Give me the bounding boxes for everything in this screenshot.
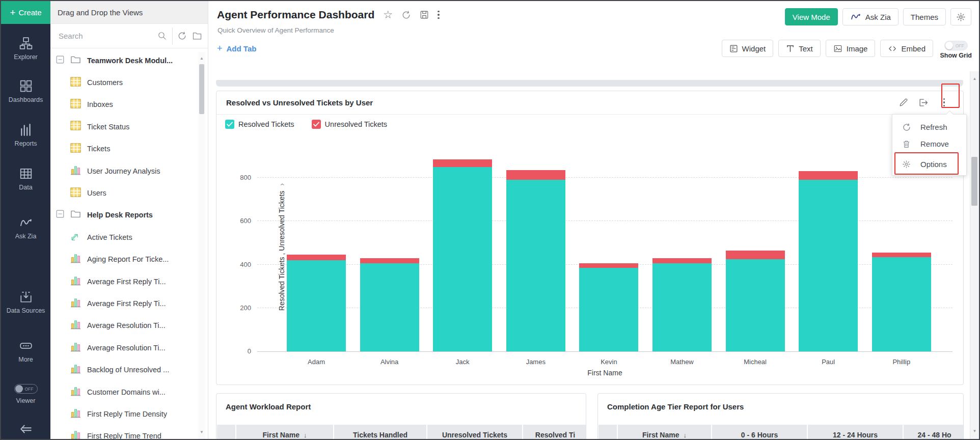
bar-segment-resolved-tickets[interactable]	[726, 259, 785, 351]
image-button[interactable]: Image	[826, 40, 876, 57]
sidebar-item-data-sources[interactable]: Data Sources	[1, 290, 50, 315]
sort-arrow-icon: ↓	[304, 431, 307, 439]
sidebar-item-explorer[interactable]: Explorer	[1, 37, 50, 62]
bar-segment-unresolved-tickets[interactable]	[799, 171, 858, 180]
bar-segment-unresolved-tickets[interactable]	[872, 253, 931, 257]
ask-zia-button[interactable]: Ask Zia	[842, 8, 899, 25]
column-header-24-48-ho[interactable]: 24 - 48 Ho	[904, 425, 964, 440]
save-icon[interactable]	[420, 10, 429, 19]
column-header-first-name[interactable]: First Name↓	[236, 425, 333, 440]
tree-scrollbar[interactable]: ▲ ▼	[198, 52, 205, 439]
tree-item-user-journey-analysis[interactable]: User Journey Analysis	[50, 160, 197, 182]
folder-view-icon[interactable]	[192, 31, 202, 41]
tree-item-inboxes[interactable]: Inboxes	[50, 94, 197, 116]
create-button[interactable]: + Create	[1, 1, 50, 24]
bar-segment-resolved-tickets[interactable]	[579, 268, 638, 351]
x-tick-james: James	[503, 358, 569, 366]
show-grid-toggle[interactable]: OFF Show Grid	[940, 41, 972, 59]
tree-scrollbar-thumb[interactable]	[199, 64, 204, 114]
collapse-sidebar-button[interactable]	[1, 423, 50, 436]
tree-item-backlog-of-unresolved[interactable]: Backlog of Unresolved ...	[50, 359, 197, 380]
tree-item-label: Customers	[87, 78, 123, 87]
tree-item-help-desk-reports[interactable]: Help Desk Reports	[50, 204, 197, 226]
bar-segment-unresolved-tickets[interactable]	[287, 255, 346, 260]
favorite-star-icon[interactable]: ☆	[383, 9, 393, 21]
add-tab-button[interactable]: + Add Tab	[217, 40, 256, 57]
collapse-minus-icon[interactable]	[56, 56, 64, 66]
dashboard-kebab-icon[interactable]	[438, 11, 440, 19]
tree-item-average-resolution-ti[interactable]: Average Resolution Ti...	[50, 315, 197, 337]
bar-segment-resolved-tickets[interactable]	[433, 167, 492, 351]
bar-segment-resolved-tickets[interactable]	[287, 260, 346, 351]
bar-segment-resolved-tickets[interactable]	[506, 180, 565, 351]
tree-item-average-first-reply-ti[interactable]: Average First Reply Ti...	[50, 270, 197, 292]
refresh-dashboard-icon[interactable]	[401, 10, 411, 20]
tree-item-teamwork-desk-modul[interactable]: Teamwork Desk Modul...	[50, 49, 197, 71]
column-header-label: First Name	[263, 431, 300, 439]
tree-item-average-first-reply-ti[interactable]: Average First Reply Ti...	[50, 292, 197, 314]
column-header-unresolved-tickets[interactable]: Unresolved Tickets	[427, 425, 522, 440]
bar-segment-unresolved-tickets[interactable]	[579, 263, 638, 268]
settings-button[interactable]	[950, 8, 971, 25]
tree-item-users[interactable]: Users	[50, 182, 197, 204]
export-icon[interactable]	[918, 98, 929, 107]
main-scrollbar[interactable]: ▲ ▼	[970, 71, 979, 439]
menu-item-refresh[interactable]: Refresh	[892, 119, 966, 135]
widget-icon	[729, 44, 738, 53]
embed-button[interactable]: Embed	[880, 40, 933, 57]
menu-item-remove[interactable]: Remove	[892, 135, 966, 152]
bar-segment-unresolved-tickets[interactable]	[360, 258, 419, 264]
view-mode-button[interactable]: View Mode	[785, 8, 838, 25]
bar-segment-resolved-tickets[interactable]	[872, 257, 931, 351]
sidebar-item-more[interactable]: More	[1, 339, 50, 364]
collapse-minus-icon[interactable]	[56, 210, 64, 220]
view-mode-label: View Mode	[793, 13, 830, 21]
scroll-down-icon[interactable]: ▼	[970, 428, 979, 435]
x-axis-label: First Name	[257, 369, 952, 377]
column-header-resolved-ti[interactable]: Resolved Ti	[523, 425, 586, 440]
main-scrollbar-thumb[interactable]	[971, 157, 977, 206]
text-button[interactable]: Text	[778, 40, 821, 57]
bar-segment-unresolved-tickets[interactable]	[652, 258, 712, 264]
sidebar-item-dashboards[interactable]: Dashboards	[1, 79, 50, 104]
column-header-0-6-hours[interactable]: 0 - 6 Hours	[712, 425, 807, 440]
show-grid-pill[interactable]: OFF	[944, 41, 968, 50]
tree-item-first-reply-time-density[interactable]: First Reply Time Density	[50, 403, 197, 425]
scroll-down-icon[interactable]: ▼	[198, 429, 205, 436]
scroll-up-icon[interactable]: ▲	[198, 55, 205, 62]
tree-item-average-resolution-ti[interactable]: Average Resolution Ti...	[50, 337, 197, 359]
search-icon[interactable]	[157, 31, 167, 41]
bar-segment-unresolved-tickets[interactable]	[433, 159, 492, 167]
edit-pencil-icon[interactable]	[899, 98, 908, 107]
scroll-up-icon[interactable]: ▲	[970, 75, 979, 82]
column-header-tickets-handled[interactable]: Tickets Handled	[334, 425, 426, 440]
sidebar-item-reports[interactable]: Reports	[1, 123, 50, 148]
column-header-rownum[interactable]	[598, 425, 617, 440]
legend-checkbox[interactable]	[225, 120, 234, 129]
tree-item-aging-report-for-ticke[interactable]: Aging Report For Ticke...	[50, 249, 197, 270]
column-header-12-24-hours[interactable]: 12 - 24 Hours	[808, 425, 903, 440]
column-header-first-name[interactable]: First Name↓	[618, 425, 711, 440]
sidebar-item-ask-zia[interactable]: Ask Zia	[1, 217, 50, 241]
bar-segment-unresolved-tickets[interactable]	[726, 251, 785, 259]
bar-segment-resolved-tickets[interactable]	[799, 180, 858, 351]
tree-item-customer-domains-wi[interactable]: Customer Domains wi...	[50, 381, 197, 403]
bar-segment-resolved-tickets[interactable]	[652, 263, 712, 351]
bar-segment-unresolved-tickets[interactable]	[506, 170, 565, 180]
legend-checkbox[interactable]	[312, 120, 321, 129]
viewer-toggle-pill[interactable]: OFF	[14, 384, 38, 394]
search-input[interactable]	[58, 31, 149, 41]
tree-item-active-tickets[interactable]: Active Tickets	[50, 226, 197, 248]
sidebar-item-data[interactable]: Data	[1, 167, 50, 192]
tree-item-customers[interactable]: Customers	[50, 71, 197, 93]
x-tick-micheal: Micheal	[722, 358, 788, 366]
viewer-toggle[interactable]: OFF Viewer	[1, 384, 50, 405]
refresh-views-icon[interactable]	[177, 31, 187, 41]
widget-button[interactable]: Widget	[722, 40, 774, 57]
column-header-rownum[interactable]	[217, 425, 235, 440]
themes-button[interactable]: Themes	[903, 8, 946, 25]
tree-item-tickets[interactable]: Tickets	[50, 138, 197, 160]
tree-item-first-reply-time-trend[interactable]: First Reply Time Trend	[50, 425, 197, 439]
bar-segment-resolved-tickets[interactable]	[360, 263, 419, 351]
tree-item-ticket-status[interactable]: Ticket Status	[50, 116, 197, 138]
